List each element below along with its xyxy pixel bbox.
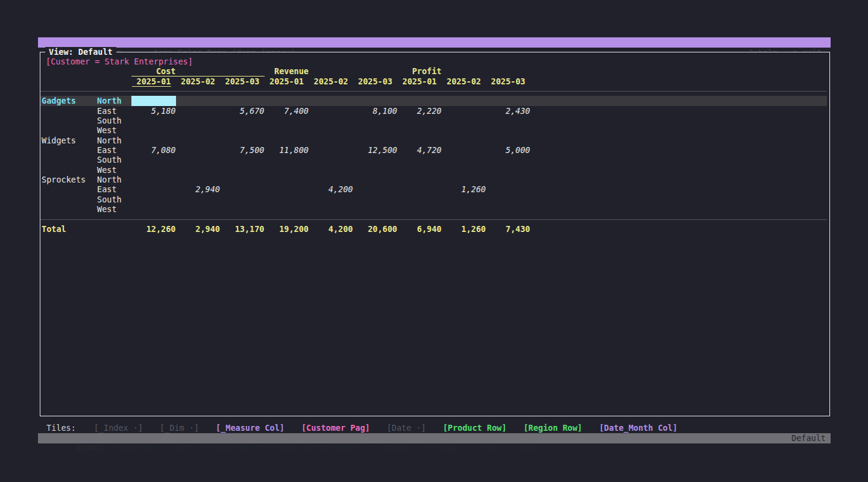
product-label[interactable] <box>40 106 97 116</box>
value-cell[interactable] <box>220 155 265 164</box>
product-label[interactable] <box>40 184 97 194</box>
value-cell[interactable] <box>353 175 398 184</box>
value-cell[interactable] <box>309 136 353 145</box>
value-cell[interactable] <box>442 145 486 155</box>
value-cell[interactable] <box>176 106 221 116</box>
month-col-header[interactable]: 2025-03 <box>486 77 530 86</box>
value-cell[interactable] <box>131 175 176 184</box>
value-cell[interactable] <box>397 155 442 164</box>
value-cell[interactable] <box>397 96 442 105</box>
value-cell[interactable] <box>309 116 353 125</box>
month-col-header[interactable]: 2025-01 <box>397 77 442 86</box>
value-cell[interactable] <box>131 116 176 125</box>
value-cell[interactable]: 4,720 <box>397 145 442 155</box>
value-cell[interactable] <box>220 204 265 214</box>
measure-group-header[interactable]: Cost <box>131 66 265 76</box>
value-cell[interactable] <box>176 175 221 184</box>
value-cell[interactable]: 5,000 <box>486 145 530 155</box>
value-cell[interactable] <box>353 96 398 105</box>
month-col-header[interactable]: 2025-03 <box>353 77 398 86</box>
value-cell[interactable] <box>131 165 176 175</box>
value-cell[interactable] <box>131 155 176 164</box>
value-cell[interactable] <box>176 116 221 125</box>
value-cell[interactable] <box>220 184 265 194</box>
month-col-header[interactable]: 2025-02 <box>176 77 221 86</box>
value-cell[interactable] <box>309 125 353 135</box>
tile-product[interactable]: [Product Row] <box>443 423 507 433</box>
product-label[interactable]: Sprockets <box>40 175 97 184</box>
region-label[interactable]: East <box>97 184 131 194</box>
value-cell[interactable]: 4,200 <box>309 184 353 194</box>
value-cell[interactable] <box>265 155 309 164</box>
month-col-header[interactable]: 2025-01 <box>131 77 176 86</box>
value-cell[interactable] <box>265 96 309 105</box>
product-label[interactable] <box>40 116 97 125</box>
month-col-header[interactable]: 2025-02 <box>309 77 353 86</box>
value-cell[interactable]: 7,500 <box>220 145 265 155</box>
value-cell[interactable] <box>486 136 530 145</box>
value-cell[interactable] <box>176 155 221 164</box>
value-cell[interactable]: 5,670 <box>220 106 265 116</box>
value-cell[interactable] <box>486 165 530 175</box>
value-cell[interactable] <box>486 184 530 194</box>
value-cell[interactable] <box>309 155 353 164</box>
month-col-header[interactable]: 2025-02 <box>442 77 486 86</box>
value-cell[interactable] <box>176 125 221 135</box>
value-cell[interactable] <box>397 136 442 145</box>
value-cell[interactable] <box>265 125 309 135</box>
value-cell[interactable]: 2,940 <box>176 184 221 194</box>
measure-group-header[interactable]: Profit <box>397 66 530 76</box>
region-label[interactable]: East <box>97 106 131 116</box>
value-cell[interactable] <box>309 195 353 204</box>
value-cell[interactable] <box>220 165 265 175</box>
region-label[interactable]: East <box>97 145 131 155</box>
value-cell[interactable] <box>309 165 353 175</box>
value-cell[interactable] <box>397 165 442 175</box>
value-cell[interactable] <box>486 125 530 135</box>
value-cell[interactable] <box>353 136 398 145</box>
value-cell[interactable] <box>442 116 486 125</box>
product-label[interactable] <box>40 125 97 135</box>
region-label[interactable]: West <box>97 165 131 175</box>
cursor-cell[interactable] <box>131 96 176 105</box>
tile-measure[interactable]: [_Measure Col] <box>216 423 285 433</box>
tile-index[interactable]: [_Index ·] <box>94 423 143 433</box>
month-col-header[interactable]: 2025-01 <box>265 77 309 86</box>
month-col-header[interactable]: 2025-03 <box>220 77 265 86</box>
value-cell[interactable]: 8,100 <box>353 106 398 116</box>
value-cell[interactable]: 7,080 <box>131 145 176 155</box>
value-cell[interactable] <box>442 155 486 164</box>
value-cell[interactable] <box>176 195 221 204</box>
product-label[interactable] <box>40 145 97 155</box>
value-cell[interactable] <box>486 195 530 204</box>
region-label[interactable]: North <box>97 175 131 184</box>
value-cell[interactable] <box>176 204 221 214</box>
value-cell[interactable] <box>265 175 309 184</box>
value-cell[interactable] <box>397 175 442 184</box>
value-cell[interactable] <box>442 136 486 145</box>
value-cell[interactable] <box>220 136 265 145</box>
value-cell[interactable] <box>486 96 530 105</box>
value-cell[interactable] <box>220 195 265 204</box>
value-cell[interactable] <box>353 184 398 194</box>
value-cell[interactable] <box>353 125 398 135</box>
value-cell[interactable] <box>176 165 221 175</box>
value-cell[interactable] <box>265 204 309 214</box>
value-cell[interactable] <box>397 204 442 214</box>
value-cell[interactable] <box>353 195 398 204</box>
value-cell[interactable] <box>176 145 221 155</box>
value-cell[interactable] <box>309 204 353 214</box>
value-cell[interactable] <box>442 204 486 214</box>
product-label[interactable] <box>40 165 97 175</box>
value-cell[interactable] <box>486 204 530 214</box>
value-cell[interactable] <box>131 125 176 135</box>
product-label[interactable]: Gadgets <box>40 96 97 105</box>
value-cell[interactable] <box>486 175 530 184</box>
product-label[interactable] <box>40 195 97 204</box>
value-cell[interactable] <box>442 96 486 105</box>
value-cell[interactable] <box>265 165 309 175</box>
value-cell[interactable] <box>442 125 486 135</box>
value-cell[interactable]: 1,260 <box>442 184 486 194</box>
value-cell[interactable]: 2,430 <box>486 106 530 116</box>
value-cell[interactable] <box>397 195 442 204</box>
